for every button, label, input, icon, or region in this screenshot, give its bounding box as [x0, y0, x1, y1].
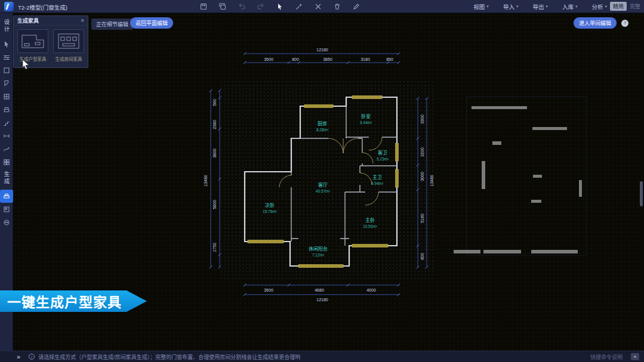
option-thumbnail — [17, 29, 48, 53]
svg-text:2200: 2200 — [420, 147, 424, 157]
wall-tool-icon[interactable] — [0, 51, 13, 64]
help-icon[interactable]: ? — [621, 20, 628, 27]
room-label[interactable]: 厨房8.28m² — [316, 120, 329, 132]
mode-full-button[interactable]: 完整 — [630, 2, 640, 10]
info-icon: i — [29, 354, 35, 360]
generate-room-furniture-option[interactable]: 生成房间家具 — [53, 29, 84, 62]
svg-text:休闲阳台: 休闲阳台 — [309, 246, 328, 252]
collapse-statusbar-icon[interactable]: « — [631, 353, 639, 360]
option-label: 生成房间家具 — [53, 55, 84, 62]
room-generate-icon[interactable] — [0, 203, 13, 216]
svg-text:3500: 3500 — [264, 57, 273, 61]
chevron-down-icon: ▾ — [546, 4, 548, 9]
app-logo-icon — [4, 2, 14, 11]
svg-text:4680: 4680 — [315, 288, 324, 292]
cursor-icon[interactable] — [275, 2, 284, 11]
status-bar: » i 请选择生成方式（户型家具生成/房间家具生成）；完整的门窗布置、合理使用房… — [0, 351, 644, 362]
menu-item-1[interactable]: 视图▾ — [473, 2, 489, 11]
redo-icon[interactable] — [256, 2, 265, 11]
svg-text:主卧: 主卧 — [365, 217, 375, 223]
svg-text:3500: 3500 — [264, 288, 273, 292]
svg-text:1750: 1750 — [212, 243, 217, 252]
stairs-tool-icon[interactable] — [0, 116, 13, 129]
undo-icon[interactable] — [237, 2, 246, 11]
svg-text:40.57m²: 40.57m² — [316, 189, 331, 193]
vertical-scrollbar-thumb[interactable] — [640, 181, 643, 206]
room-label[interactable]: 主卫4.94m² — [371, 174, 384, 185]
toolbar — [199, 2, 360, 11]
svg-text:10.50m²: 10.50m² — [363, 224, 378, 228]
room-tool-icon[interactable] — [0, 64, 13, 77]
svg-text:800: 800 — [292, 57, 299, 61]
chevron-down-icon: ▾ — [486, 4, 489, 9]
svg-text:厨房: 厨房 — [318, 120, 327, 126]
chevron-down-icon: ▾ — [575, 4, 578, 9]
save-copy-icon[interactable] — [218, 2, 227, 11]
svg-text:4.94m²: 4.94m² — [371, 181, 384, 185]
back-to-plan-button[interactable]: 返回平面编辑 — [130, 17, 173, 29]
menu-label: 导入 — [503, 2, 514, 11]
edit-icon[interactable] — [352, 2, 360, 11]
trash-icon[interactable] — [332, 2, 341, 11]
menu-item-4[interactable]: 入库▾ — [562, 2, 578, 11]
menu-item-3[interactable]: 导出▾ — [532, 2, 548, 11]
svg-text:12180: 12180 — [316, 298, 328, 302]
promo-banner: 一键生成户型家具 — [0, 290, 147, 312]
svg-text:5800: 5800 — [212, 200, 217, 209]
ghost-floorplan — [454, 97, 586, 255]
svg-text:7.12m²: 7.12m² — [312, 253, 325, 257]
option-thumbnail — [53, 29, 84, 53]
status-hint-text: 请选择生成方式（户型家具生成/房间家具生成）；完整的门窗布置、合理使用房间分割线… — [38, 353, 300, 361]
room-label[interactable]: 卧室9.44m² — [360, 113, 372, 125]
menu-item-2[interactable]: 导入▾ — [503, 2, 519, 11]
svg-text:9.44m²: 9.44m² — [360, 120, 372, 125]
panel-title: 生成家具 — [17, 17, 39, 24]
select-tool-icon[interactable] — [0, 38, 13, 51]
room-label[interactable]: 客卫5.23m² — [377, 150, 389, 161]
menu-label: 分析 — [591, 2, 603, 11]
enter-room-edit-button[interactable]: 进入单间编辑 — [574, 17, 617, 29]
svg-text:3800: 3800 — [212, 148, 217, 158]
shortcut-help-link[interactable]: 快捷命令说明 — [590, 353, 623, 361]
svg-text:3300: 3300 — [420, 115, 424, 124]
top-bar: T2-2楼型(门窗生成) 视图▾导入▾导出▾入库▾分析▾ 精简 完整 — [0, 0, 644, 13]
sidebar-section-label: 设计 — [2, 19, 11, 33]
layout-tool-icon[interactable] — [0, 156, 13, 169]
cut-icon[interactable] — [313, 2, 322, 11]
svg-text:15.76m²: 15.76m² — [263, 209, 278, 214]
svg-text:560: 560 — [212, 99, 217, 106]
menu-label: 入库 — [562, 2, 574, 11]
right-actions: 进入单间编辑 ? — [574, 17, 628, 29]
option-label: 生成户型家具 — [17, 55, 48, 62]
sketch-tool-icon[interactable] — [0, 143, 13, 156]
svg-text:850: 850 — [386, 57, 393, 61]
menu-item-5[interactable]: 分析▾ — [591, 2, 607, 11]
generate-unit-furniture-option[interactable]: 生成户型家具 — [17, 29, 48, 62]
svg-text:客卫: 客卫 — [378, 150, 387, 156]
expand-statusbar-icon[interactable]: » — [17, 353, 20, 360]
chevron-down-icon: ▾ — [605, 4, 607, 9]
model-generate-icon[interactable] — [0, 216, 13, 229]
svg-text:次卧: 次卧 — [265, 202, 275, 208]
editing-status-chip: 正在细节编辑 — [91, 18, 133, 30]
magic-wand-icon[interactable] — [294, 2, 303, 11]
svg-text:主卫: 主卫 — [372, 174, 382, 180]
svg-text:800: 800 — [420, 253, 424, 260]
mode-simple-button[interactable]: 精简 — [610, 2, 627, 11]
dimension-tool-icon[interactable] — [0, 129, 13, 143]
window-tool-icon[interactable] — [0, 90, 13, 103]
svg-text:2380: 2380 — [212, 120, 217, 129]
svg-text:3850: 3850 — [323, 57, 332, 61]
svg-text:13480: 13480 — [430, 175, 434, 187]
application-window: T2-2楼型(门窗生成) 视图▾导入▾导出▾入库▾分析▾ 精简 完整 设计生成 — [0, 0, 644, 362]
svg-text:3000: 3000 — [420, 172, 424, 181]
svg-text:8.28m²: 8.28m² — [316, 128, 329, 132]
save-icon[interactable] — [199, 2, 208, 11]
svg-text:卧室: 卧室 — [361, 113, 371, 119]
door-tool-icon[interactable] — [0, 77, 13, 90]
panel-close-icon[interactable]: × — [81, 17, 84, 24]
chevron-down-icon: ▾ — [516, 4, 519, 9]
component-tool-icon[interactable] — [0, 103, 13, 116]
furniture-generate-icon[interactable] — [0, 190, 13, 203]
svg-text:13480: 13480 — [204, 175, 208, 187]
